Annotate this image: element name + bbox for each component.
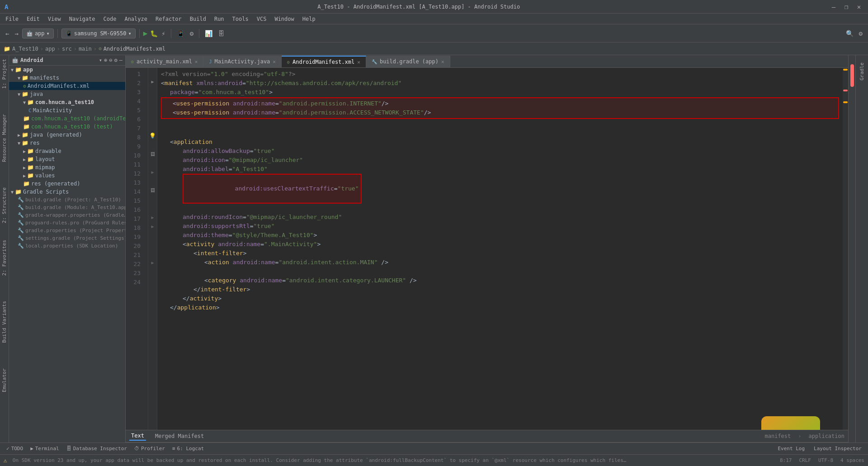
tab-merged-manifest[interactable]: Merged Manifest	[153, 432, 206, 440]
tree-item-mipmap[interactable]: ▶ 📁 mipmap	[9, 163, 125, 171]
tree-item-com-package[interactable]: ▼ 📁 com.hnucm.a_test10	[9, 98, 125, 106]
sdk-manager-button[interactable]: ⚙	[188, 28, 195, 39]
tree-item-androidmanifest[interactable]: ⚙ AndroidManifest.xml	[9, 82, 125, 90]
search-everywhere-button[interactable]: 🔍	[844, 28, 855, 39]
avd-manager-button[interactable]: 📱	[175, 28, 186, 39]
logcat-button[interactable]: ≡ 6: Logcat	[170, 445, 207, 452]
tree-collapse-icon[interactable]: ⊖	[109, 57, 112, 63]
breadcrumb-main[interactable]: main	[79, 46, 92, 52]
emulator-label[interactable]: Emulator	[0, 365, 9, 396]
menu-code[interactable]: Code	[100, 15, 120, 23]
tab-text[interactable]: Text	[129, 432, 146, 441]
tree-item-res-generated[interactable]: 📁 res (generated)	[9, 180, 125, 188]
event-log-button[interactable]: Event Log	[775, 445, 807, 452]
tab-activity-main[interactable]: ⚙ activity_main.xml ✕	[126, 56, 203, 67]
structure-label[interactable]: 2: Structure	[0, 184, 9, 227]
encoding-indicator[interactable]: UTF-8	[818, 457, 833, 463]
build-variants-label[interactable]: Build Variants	[0, 297, 9, 347]
tree-item-androidtest[interactable]: 📁 com.hnucm.a_test10 (androidTes…	[9, 114, 125, 123]
database-inspector-button-bottom[interactable]: 🗄 Database Inspector	[64, 445, 130, 452]
tree-item-test[interactable]: 📁 com.hnucm.a_test10 (test)	[9, 123, 125, 131]
tree-item-mainactivity[interactable]: C MainActivity	[9, 106, 125, 114]
menu-navigate[interactable]: Navigate	[66, 15, 99, 23]
tree-more-icon[interactable]: —	[119, 57, 123, 63]
close-button[interactable]: ✕	[854, 3, 863, 10]
tab-close-activity-main[interactable]: ✕	[195, 59, 198, 65]
tree-item-java[interactable]: ▼ 📁 java	[9, 90, 125, 98]
menu-vcs[interactable]: VCS	[253, 15, 270, 23]
todo-button[interactable]: ✓ TODO	[4, 445, 26, 452]
menu-tools[interactable]: Tools	[229, 15, 252, 23]
tree-item-build-gradle-project[interactable]: 🔧 build.gradle (Project: A_Test10)	[9, 196, 125, 204]
maximize-button[interactable]: ❐	[842, 3, 851, 10]
image-icon-14[interactable]: 🖼	[151, 188, 155, 193]
menu-analyze[interactable]: Analyze	[121, 15, 151, 23]
settings-button[interactable]: ⚙	[857, 28, 864, 39]
code-content[interactable]: <?xml version="1.0" encoding="utf-8"?> <…	[157, 68, 843, 430]
tab-close-mainactivity[interactable]: ✕	[273, 59, 276, 65]
tree-item-values[interactable]: ▶ 📁 values	[9, 171, 125, 180]
position-indicator[interactable]: 8:17	[780, 457, 792, 463]
debug-button[interactable]: 🐛	[150, 30, 158, 37]
tab-mainactivity[interactable]: J MainActivity.java ✕	[203, 56, 281, 67]
editor-scrollbar[interactable]	[843, 68, 848, 430]
tree-expand-icon[interactable]: ⊕	[104, 57, 107, 63]
tab-build-gradle[interactable]: 🔧 build.gradle (app) ✕	[366, 56, 450, 67]
tab-close-androidmanifest[interactable]: ✕	[357, 59, 360, 65]
terminal-button[interactable]: ▶ Terminal	[28, 445, 62, 452]
tree-item-manifests[interactable]: ▼ 📁 manifests	[9, 74, 125, 82]
right-scrollbar-thumb[interactable]	[850, 64, 854, 87]
profiler-button-bottom[interactable]: ⏱ Profiler	[132, 445, 168, 452]
menu-file[interactable]: File	[2, 15, 22, 23]
gradle-panel-label[interactable]: Gradle	[857, 59, 867, 84]
tree-item-drawable[interactable]: ▶ 📁 drawable	[9, 147, 125, 155]
tree-item-res[interactable]: ▼ 📁 res	[9, 139, 125, 147]
tab-androidmanifest[interactable]: ⚙ AndroidManifest.xml ✕	[282, 56, 366, 67]
breadcrumb-file[interactable]: AndroidManifest.xml	[104, 46, 165, 52]
indent-indicator[interactable]: 4 spaces	[840, 457, 864, 463]
resource-manager-label[interactable]: Resource Manager	[0, 110, 9, 166]
tree-item-local-properties[interactable]: 🔧 local.properties (SDK Location)	[9, 242, 125, 250]
database-inspector-button[interactable]: 🗄	[216, 28, 226, 39]
breadcrumb-src[interactable]: src	[62, 46, 72, 52]
collapse-icon-12[interactable]: ▶	[151, 170, 154, 175]
menu-help[interactable]: Help	[299, 15, 319, 23]
collapse-icon-17[interactable]: ▶	[151, 215, 154, 220]
minimize-button[interactable]: —	[829, 3, 838, 10]
forward-button[interactable]: →	[13, 28, 20, 39]
layout-inspector-button[interactable]: Layout Inspector	[811, 445, 864, 452]
tree-item-layout[interactable]: ▶ 📁 layout	[9, 155, 125, 163]
menu-run[interactable]: Run	[211, 15, 228, 23]
collapse-icon-2[interactable]: ▶	[151, 79, 154, 84]
device-dropdown[interactable]: 📱 samsung SM-G9550 ▾	[61, 29, 136, 38]
tree-item-settings-gradle[interactable]: 🔧 settings.gradle (Project Settings)	[9, 234, 125, 242]
run-button[interactable]: ▶	[143, 29, 148, 38]
tree-item-gradle-properties[interactable]: 🔧 gradle.properties (Project Propertie…)	[9, 227, 125, 234]
tree-item-proguard[interactable]: 🔧 proguard-rules.pro (ProGuard Rules…)	[9, 219, 125, 227]
tree-settings-icon[interactable]: ⚙	[114, 57, 118, 63]
breadcrumb-app[interactable]: app	[45, 46, 55, 52]
menu-refactor[interactable]: Refactor	[152, 15, 185, 23]
window-controls[interactable]: — ❐ ✕	[829, 3, 863, 10]
tree-item-app[interactable]: ▼ 📁 app	[9, 66, 125, 74]
menu-edit[interactable]: Edit	[23, 15, 43, 23]
tab-close-build-gradle[interactable]: ✕	[441, 59, 444, 65]
menu-build[interactable]: Build	[186, 15, 210, 23]
project-panel-label[interactable]: 1: Project	[0, 55, 9, 92]
menu-window[interactable]: Window	[271, 15, 297, 23]
tree-item-build-gradle-module[interactable]: 🔧 build.gradle (Module: A_Test10.app)	[9, 204, 125, 211]
app-dropdown[interactable]: 🤖 app ▾	[22, 29, 54, 38]
breadcrumb-project[interactable]: A_Test10	[12, 46, 38, 52]
tree-item-java-generated[interactable]: ▶ 📁 java (generated)	[9, 131, 125, 139]
tree-item-gradle-scripts[interactable]: ▼ 📁 Gradle Scripts	[9, 188, 125, 196]
collapse-icon-22[interactable]: ▶	[151, 260, 154, 265]
profiler-button[interactable]: 📊	[203, 28, 214, 39]
bulb-icon[interactable]: 💡	[149, 133, 156, 139]
apply-changes-button[interactable]: ⚡	[160, 28, 167, 39]
favorites-label[interactable]: 2: Favorites	[0, 236, 9, 279]
collapse-icon-18[interactable]: ▶	[151, 224, 154, 229]
back-button[interactable]: ←	[4, 28, 11, 39]
image-icon-10[interactable]: 🖼	[151, 152, 155, 157]
menu-view[interactable]: View	[44, 15, 65, 23]
tree-item-gradle-wrapper[interactable]: 🔧 gradle-wrapper.properties (Gradle…)	[9, 211, 125, 219]
